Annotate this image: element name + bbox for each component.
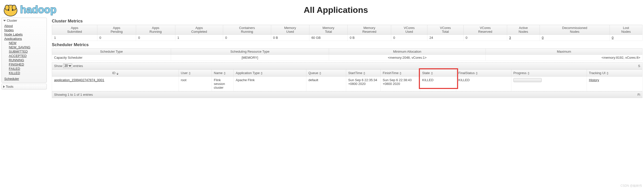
- sidebar-item-applications[interactable]: Applications: [3, 37, 45, 41]
- cm-header: MemoryReserved: [348, 25, 391, 35]
- apps-header-finishtime[interactable]: FinishTime: [381, 70, 420, 77]
- chevron-right-icon: [3, 85, 5, 88]
- cm-header: VCoresUsed: [391, 25, 427, 35]
- cm-header: MemoryTotal: [309, 25, 347, 35]
- svg-point-4: [12, 9, 13, 11]
- page-length-select[interactable]: 20: [63, 64, 72, 68]
- cm-cell: 0: [223, 35, 271, 41]
- cell-state: KILLED: [420, 77, 456, 91]
- sm-cell: Capacity Scheduler: [52, 55, 171, 61]
- sm-header: Scheduling Resource Type: [171, 49, 329, 55]
- cm-cell: 24: [427, 35, 464, 41]
- cm-cell: 0: [97, 35, 136, 41]
- cm-header: ActiveNodes: [507, 25, 540, 35]
- sm-cell: <memory:8192, vCores:8>: [486, 55, 642, 61]
- cm-cell: 0 B: [348, 35, 391, 41]
- app-id-link[interactable]: application_1599402747874_0001: [54, 78, 104, 82]
- cm-cell: 0: [540, 35, 610, 41]
- cell-progress: [511, 77, 587, 91]
- page-title: All Applications: [30, 5, 641, 15]
- sidebar-item-state-finished[interactable]: FINISHED: [3, 62, 45, 67]
- apps-header-finalstatus[interactable]: FinalStatus: [456, 70, 511, 77]
- cell-start: Sun Sep 6 22:35:34 +0800 2020: [346, 77, 381, 91]
- sidebar-item-state-new[interactable]: NEW: [3, 41, 45, 45]
- cm-header: LostNodes: [610, 25, 642, 35]
- cell-queue: default: [306, 77, 346, 91]
- cm-cell: 0: [136, 35, 175, 41]
- apps-header-user[interactable]: User: [179, 70, 212, 77]
- cm-header: AppsCompleted: [175, 25, 223, 35]
- apps-header-id[interactable]: ID: [52, 70, 179, 77]
- apps-header-starttime[interactable]: StartTime: [346, 70, 381, 77]
- cell-name: Flink session cluster: [212, 77, 234, 91]
- cm-cell: 0 B: [271, 35, 309, 41]
- cm-link[interactable]: 3: [509, 36, 511, 40]
- length-control: Show 20 entries S: [52, 62, 642, 69]
- cm-header: VCoresTotal: [427, 25, 464, 35]
- search-label: S: [638, 64, 640, 68]
- cell-type: Apache Flink: [234, 77, 306, 91]
- sm-cell: <memory:2048, vCores:1>: [329, 55, 486, 61]
- sidebar: Cluster AboutNodesNode LabelsApplication…: [2, 18, 47, 90]
- sm-header: Minimum Allocation: [329, 49, 486, 55]
- apps-header-application-type[interactable]: Application Type: [234, 70, 306, 77]
- apps-header-tracking-ui[interactable]: Tracking UI: [587, 70, 642, 77]
- sidebar-item-scheduler[interactable]: Scheduler: [3, 77, 45, 81]
- cm-link[interactable]: 0: [542, 36, 544, 40]
- sidebar-item-state-new_saving[interactable]: NEW_SAVING: [3, 45, 45, 49]
- tracking-link[interactable]: History: [589, 78, 599, 82]
- sidebar-item-state-killed[interactable]: KILLED: [3, 71, 45, 75]
- cm-cell: 60 GB: [309, 35, 347, 41]
- cm-header: ContainersRunning: [223, 25, 271, 35]
- cm-header: AppsRunning: [136, 25, 175, 35]
- sm-header: Maximum: [486, 49, 642, 55]
- cell-tracking: History: [587, 77, 642, 91]
- cm-link[interactable]: 0: [612, 36, 614, 40]
- sidebar-header-cluster[interactable]: Cluster: [2, 18, 47, 23]
- cm-header: MemoryUsed: [271, 25, 309, 35]
- cell-id: application_1599402747874_0001: [52, 77, 179, 91]
- applications-table: IDUserNameApplication TypeQueueStartTime…: [52, 69, 642, 91]
- cm-cell: 0: [463, 35, 507, 41]
- sidebar-group-tools[interactable]: Tools: [2, 84, 47, 89]
- apps-header-state[interactable]: State: [420, 70, 456, 77]
- chevron-down-icon: [3, 20, 6, 21]
- cm-cell: 1: [52, 35, 97, 41]
- sidebar-item-state-running[interactable]: RUNNING: [3, 58, 45, 62]
- svg-point-3: [8, 9, 9, 11]
- sm-cell: [MEMORY]: [171, 55, 329, 61]
- section-title-scheduler-metrics: Scheduler Metrics: [52, 42, 642, 47]
- table-row: application_1599402747874_0001rootFlink …: [52, 77, 642, 91]
- apps-header-progress[interactable]: Progress: [511, 70, 587, 77]
- sidebar-group-cluster: Cluster AboutNodesNode LabelsApplication…: [2, 18, 47, 83]
- cell-user: root: [179, 77, 212, 91]
- cm-header: AppsPending: [97, 25, 136, 35]
- cm-cell: 0: [391, 35, 427, 41]
- table-info-footer: Showing 1 to 1 of 1 entries Fi: [52, 91, 642, 98]
- cm-cell: 3: [507, 35, 540, 41]
- section-title-cluster-metrics: Cluster Metrics: [52, 19, 642, 24]
- sidebar-item-state-failed[interactable]: FAILED: [3, 67, 45, 71]
- sidebar-item-state-accepted[interactable]: ACCEPTED: [3, 54, 45, 58]
- progress-bar: [513, 78, 542, 82]
- sidebar-item-about[interactable]: About: [3, 24, 45, 28]
- scheduler-metrics-table: Scheduler TypeScheduling Resource TypeMi…: [52, 48, 642, 61]
- cluster-metrics-table: AppsSubmittedAppsPendingAppsRunningAppsC…: [52, 25, 642, 41]
- sm-header: Scheduler Type: [52, 49, 171, 55]
- sidebar-item-nodes[interactable]: Nodes: [3, 28, 45, 32]
- cell-finish: Sun Sep 6 22:38:43 +0800 2020: [381, 77, 420, 91]
- cm-header: AppsSubmitted: [52, 25, 97, 35]
- cell-final: KILLED: [456, 77, 511, 91]
- svg-point-2: [12, 5, 16, 10]
- apps-header-name[interactable]: Name: [212, 70, 234, 77]
- svg-point-1: [5, 5, 9, 10]
- cm-cell: 0: [610, 35, 642, 41]
- sidebar-item-state-submitted[interactable]: SUBMITTED: [3, 49, 45, 54]
- apps-header-queue[interactable]: Queue: [306, 70, 346, 77]
- sidebar-item-node-labels[interactable]: Node Labels: [3, 32, 45, 37]
- cm-header: VCoresReserved: [463, 25, 507, 35]
- cm-cell: 1: [175, 35, 223, 41]
- cm-header: DecommissionedNodes: [540, 25, 610, 35]
